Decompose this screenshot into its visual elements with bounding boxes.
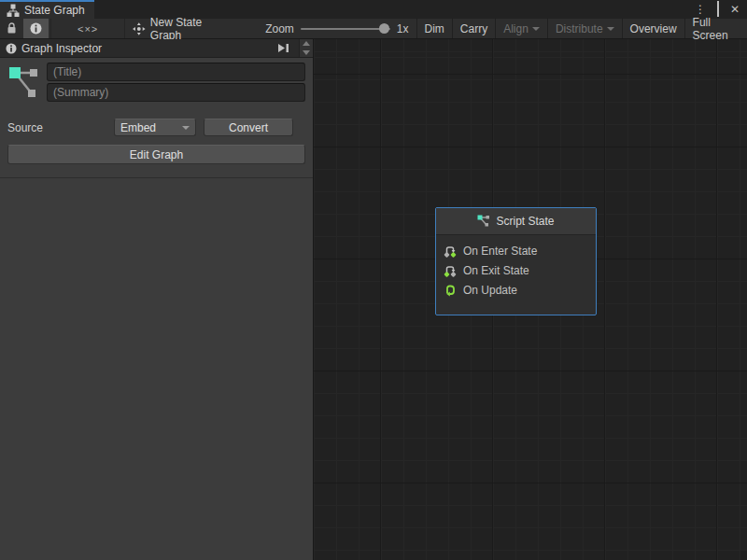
- node-row-label: On Exit State: [463, 264, 529, 277]
- node-row-on-update[interactable]: On Update: [444, 280, 588, 300]
- distribute-button[interactable]: Distribute: [547, 19, 622, 38]
- graph-inspector-body: Source Embed Convert Edit Graph: [0, 58, 313, 560]
- script-state-node-header[interactable]: Script State: [436, 208, 596, 235]
- maximize-icon[interactable]: [717, 4, 719, 15]
- script-state-node[interactable]: Script State On Enter State: [435, 207, 597, 315]
- node-rows: On Enter State On Exit State: [436, 235, 596, 305]
- info-icon: [30, 22, 42, 35]
- on-exit-state-icon: [444, 264, 457, 277]
- source-dropdown-value: Embed: [120, 121, 156, 134]
- toolbar-right-buttons: Dim Carry Align Distribute Overview Full…: [416, 19, 747, 38]
- new-state-graph-label: New State Graph: [150, 16, 233, 42]
- zoom-slider[interactable]: [301, 28, 390, 30]
- tab-bar: State Graph ⋮ ✕: [0, 0, 747, 19]
- node-row-on-enter-state[interactable]: On Enter State: [444, 241, 588, 260]
- zoom-label: Zoom: [265, 22, 294, 35]
- full-screen-button[interactable]: Full Screen: [684, 19, 747, 38]
- zoom-slider-handle[interactable]: [379, 23, 389, 34]
- close-icon[interactable]: ✕: [730, 4, 740, 15]
- navigate-icon: [133, 22, 146, 35]
- node-row-on-exit-state[interactable]: On Exit State: [444, 260, 588, 280]
- zoom-control: Zoom 1x: [258, 19, 416, 38]
- on-update-icon: [444, 284, 457, 297]
- graph-inspector-header: Graph Inspector: [0, 39, 313, 58]
- scroll-up-button[interactable]: [300, 39, 313, 49]
- lock-icon: [7, 22, 17, 35]
- graph-inspector-title: Graph Inspector: [21, 42, 102, 55]
- inspector-toggle-button[interactable]: [23, 19, 49, 38]
- graph-toolbar: <×> New State Graph Zoom 1x Dim: [0, 19, 747, 39]
- on-enter-state-icon: [444, 245, 457, 258]
- overview-button[interactable]: Overview: [622, 19, 684, 38]
- script-view-button[interactable]: <×>: [51, 19, 124, 38]
- graph-title-input[interactable]: [47, 63, 305, 81]
- chevron-down-icon: [182, 126, 190, 130]
- zoom-value: 1x: [397, 22, 409, 35]
- code-icon: <×>: [78, 23, 98, 35]
- dim-button[interactable]: Dim: [416, 19, 452, 38]
- align-button[interactable]: Align: [495, 19, 547, 38]
- graph-node-icon: [477, 215, 490, 228]
- new-state-graph-button[interactable]: New State Graph: [125, 19, 241, 38]
- scroll-down-button[interactable]: [300, 49, 313, 58]
- inspector-empty-area: [0, 178, 313, 560]
- chevron-down-icon: [607, 27, 614, 31]
- state-graph-window: State Graph ⋮ ✕ <×>: [0, 0, 747, 560]
- node-row-label: On Update: [463, 284, 517, 297]
- carry-button[interactable]: Carry: [452, 19, 495, 38]
- graph-canvas[interactable]: Script State On Enter State: [314, 39, 747, 560]
- convert-button[interactable]: Convert: [204, 119, 293, 136]
- graph-hierarchy-icon: [7, 4, 20, 17]
- tab-label: State Graph: [24, 4, 85, 17]
- node-title: Script State: [496, 215, 554, 228]
- chevron-down-icon: [532, 27, 540, 31]
- dock-panel-icon: [277, 43, 289, 53]
- panel-scroll-buttons: [299, 39, 313, 57]
- node-row-label: On Enter State: [463, 245, 537, 258]
- tab-state-graph[interactable]: State Graph: [0, 0, 94, 19]
- collapse-panel-button[interactable]: [272, 39, 294, 57]
- window-menu-icon[interactable]: ⋮: [695, 4, 706, 15]
- edit-graph-button[interactable]: Edit Graph: [7, 145, 305, 164]
- source-label: Source: [7, 121, 114, 134]
- graph-inspector-panel: Graph Inspector: [0, 39, 314, 560]
- info-icon: [6, 43, 17, 54]
- lock-button[interactable]: [0, 19, 23, 38]
- graph-asset-icon: [8, 64, 40, 100]
- graph-summary-input[interactable]: [47, 83, 305, 102]
- source-dropdown[interactable]: Embed: [114, 119, 196, 136]
